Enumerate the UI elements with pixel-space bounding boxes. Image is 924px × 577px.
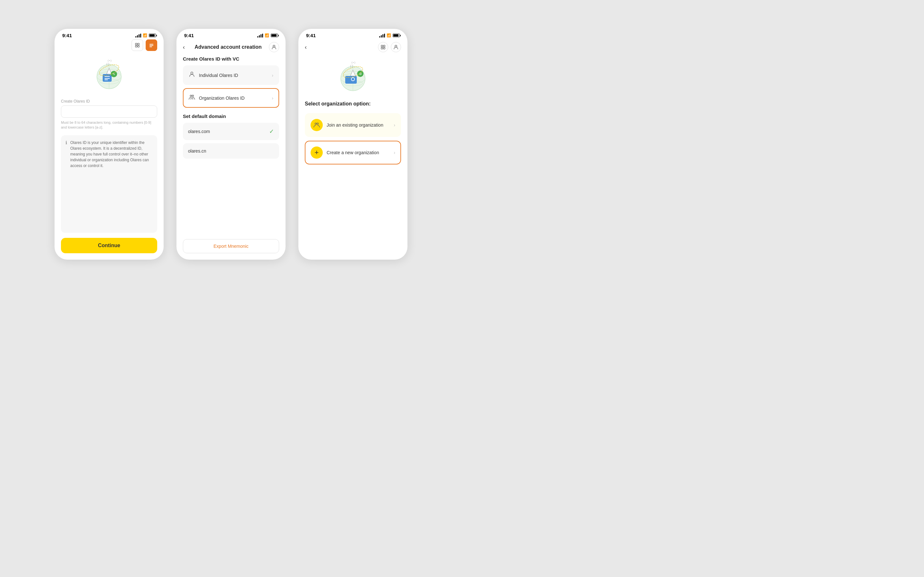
toolbar xyxy=(61,39,157,51)
time-1: 9:41 xyxy=(62,33,72,38)
svg-rect-4 xyxy=(150,44,153,45)
svg-rect-27 xyxy=(383,45,385,47)
phone-screen-2: 9:41 📶 ‹ Advanced account creation xyxy=(176,29,286,259)
organization-chevron: › xyxy=(272,95,273,101)
join-org-label: Join an existing organization xyxy=(326,122,390,127)
expand-button-3[interactable] xyxy=(378,42,388,52)
section-title-1: Create Olares ID with VC xyxy=(183,56,279,61)
svg-rect-3 xyxy=(137,45,139,47)
domain-com-label: olares.com xyxy=(188,129,210,134)
svg-text:( • ): ( • ) xyxy=(352,61,355,64)
form-hint: Must be 8 to 64 characters long, contain… xyxy=(61,120,157,130)
signal-icon-2 xyxy=(257,34,263,37)
phone-screen-3: 9:41 📶 ‹ xyxy=(298,29,407,259)
olares-id-input[interactable] xyxy=(61,105,157,118)
wifi-icon-3: 📶 xyxy=(387,33,391,37)
join-org-icon xyxy=(310,119,323,131)
svg-point-23 xyxy=(191,72,193,74)
status-bar-3: 9:41 📶 xyxy=(298,29,407,39)
svg-point-30 xyxy=(395,45,397,47)
svg-rect-2 xyxy=(136,45,137,47)
status-icons-3: 📶 xyxy=(379,33,400,37)
create-org-chevron: › xyxy=(394,150,395,155)
nav-bar-3: ‹ xyxy=(305,39,401,56)
back-button-2[interactable]: ‹ xyxy=(183,43,187,52)
svg-point-25 xyxy=(192,95,194,97)
domain-olares-com[interactable]: olares.com ✓ xyxy=(183,123,279,140)
svg-rect-6 xyxy=(150,47,152,47)
individual-option[interactable]: Individual Olares ID › xyxy=(183,65,279,85)
join-org-chevron: › xyxy=(394,122,395,127)
continue-button[interactable]: Continue xyxy=(61,238,157,253)
export-mnemonic-button[interactable]: Export Mnemonic xyxy=(183,239,279,253)
profile-button-2[interactable] xyxy=(269,42,279,52)
profile-button-3[interactable] xyxy=(391,42,401,52)
select-org-title: Select organization option: xyxy=(305,101,401,107)
battery-icon-3 xyxy=(393,34,400,37)
svg-point-22 xyxy=(273,45,275,47)
time-2: 9:41 xyxy=(184,33,194,38)
individual-icon xyxy=(189,71,195,79)
phone-screen-1: 9:41 📶 xyxy=(55,29,164,259)
create-org-option[interactable]: + Create a new organization › xyxy=(305,141,401,164)
svg-rect-28 xyxy=(381,47,383,49)
svg-rect-1 xyxy=(137,43,139,45)
organization-option[interactable]: Organization Olares ID › xyxy=(183,88,279,108)
organization-icon xyxy=(189,94,195,102)
form-section: Create Olares ID Must be 8 to 64 charact… xyxy=(61,99,157,135)
expand-btn[interactable] xyxy=(132,39,143,51)
status-bar-2: 9:41 📶 xyxy=(176,29,286,39)
form-label: Create Olares ID xyxy=(61,99,157,103)
check-icon: ✓ xyxy=(269,128,274,135)
back-button-3[interactable]: ‹ xyxy=(305,43,309,52)
domain-olares-cn[interactable]: olares.cn xyxy=(183,143,279,159)
individual-chevron: › xyxy=(272,73,273,78)
svg-text:( ): ( ) xyxy=(351,64,353,68)
individual-label: Individual Olares ID xyxy=(199,73,238,78)
svg-point-45 xyxy=(315,123,317,125)
time-3: 9:41 xyxy=(306,33,316,38)
nav-bar-2: ‹ Advanced account creation xyxy=(183,39,279,56)
info-icon: ℹ xyxy=(65,140,67,228)
battery-icon xyxy=(149,34,156,37)
mode-btn[interactable] xyxy=(145,39,157,51)
globe-illustration-3: ⚙ ( ) ( • ) xyxy=(305,56,401,95)
info-text: Olares ID is your unique identifier with… xyxy=(70,140,153,228)
svg-rect-0 xyxy=(136,43,137,45)
info-box: ℹ Olares ID is your unique identifier wi… xyxy=(61,135,157,233)
nav-title-2: Advanced account creation xyxy=(187,44,269,50)
battery-icon-2 xyxy=(271,34,278,37)
section-title-2: Set default domain xyxy=(183,113,279,119)
status-icons-2: 📶 xyxy=(257,33,278,37)
svg-point-24 xyxy=(190,95,192,97)
svg-point-39 xyxy=(352,78,354,81)
signal-icon-3 xyxy=(379,34,385,37)
domain-cn-label: olares.cn xyxy=(188,148,206,153)
signal-icon xyxy=(136,34,141,37)
status-icons-1: 📶 xyxy=(136,33,156,37)
svg-rect-29 xyxy=(383,47,385,49)
svg-rect-5 xyxy=(150,45,153,46)
svg-text:( • ): ( • ) xyxy=(108,59,111,62)
wifi-icon: 📶 xyxy=(143,33,147,37)
svg-text:( ): ( ) xyxy=(107,63,110,66)
globe-illustration: ✎ ( ) ( • ) xyxy=(61,54,157,93)
organization-label: Organization Olares ID xyxy=(199,95,244,101)
join-org-option[interactable]: Join an existing organization › xyxy=(305,113,401,137)
create-org-icon: + xyxy=(310,147,323,159)
wifi-icon-2: 📶 xyxy=(265,33,269,37)
status-bar-1: 9:41 📶 xyxy=(55,29,164,39)
svg-point-46 xyxy=(317,123,318,125)
create-org-label: Create a new organization xyxy=(326,150,390,155)
svg-rect-26 xyxy=(381,45,383,47)
